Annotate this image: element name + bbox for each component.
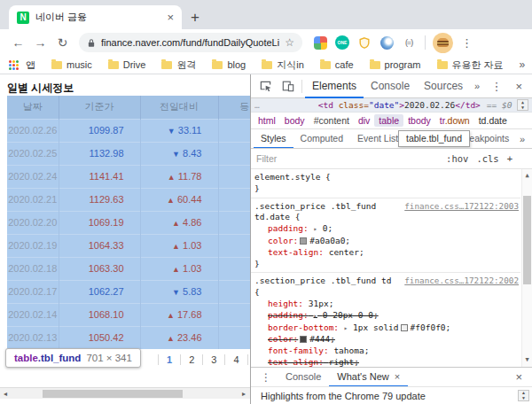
color-swatch[interactable]	[401, 324, 408, 331]
drawer-tab-bar: ⋮ Console What's New× ×	[251, 367, 532, 386]
new-tab-button[interactable]: +	[191, 10, 200, 25]
scroll-right-icon[interactable]: ▸	[242, 389, 246, 400]
swirl-extension-icon[interactable]	[379, 35, 394, 50]
crumb-tbody[interactable]: tbody	[403, 114, 435, 127]
tab-sources[interactable]: Sources	[417, 74, 470, 98]
crumb-div[interactable]: div	[354, 114, 374, 127]
horizontal-scrollbar[interactable]: ◂ ▸	[0, 387, 250, 399]
style-rule-element[interactable]: element.style { }	[251, 169, 520, 198]
bookmark-item[interactable]: cafe	[320, 59, 354, 70]
element-classes-toggle[interactable]: .cls	[476, 153, 498, 164]
shield-extension-icon[interactable]	[357, 35, 372, 50]
pseudo-state-toggle[interactable]: :hov	[446, 153, 468, 164]
css-property[interactable]: font-family: tahoma;	[254, 346, 519, 357]
sidebar-more-tabs-icon[interactable]: »	[515, 129, 529, 149]
styles-scrollbar[interactable]: ▲ ▼	[521, 169, 532, 367]
apps-grid-icon[interactable]	[9, 60, 19, 70]
crumb-html[interactable]: html	[254, 114, 280, 127]
expand-arrow-icon[interactable]: ▸	[314, 312, 318, 320]
bookmark-item[interactable]: blog	[212, 59, 246, 70]
scroll-up-icon[interactable]: ▲	[522, 170, 532, 182]
omnibox[interactable]: finance.naver.com/fund/fundDailyQuoteLis…	[79, 33, 302, 52]
bookmark-star-icon[interactable]: ☆	[285, 36, 294, 49]
drawer-tab-whats-new[interactable]: What's New×	[329, 368, 408, 387]
tab-console[interactable]: Console	[364, 74, 417, 98]
whats-new-close-icon[interactable]: ×	[395, 371, 400, 382]
bookmark-item-apps[interactable]: 앱	[26, 58, 35, 72]
scroll-down-icon[interactable]: ▼	[522, 354, 532, 366]
bookmark-item[interactable]: Drive	[108, 59, 146, 70]
page-number-2[interactable]: 2	[180, 354, 202, 365]
css-property[interactable]: height: 31px;	[254, 299, 519, 310]
browser-menu-icon[interactable]: ⋮	[461, 36, 473, 50]
stylesheet-link[interactable]: finance.css…172122:2003	[404, 201, 519, 213]
styles-filter-input[interactable]	[256, 153, 354, 164]
style-rule-td[interactable]: finance.css…172122:2002 .section_price .…	[251, 273, 520, 367]
one-extension-icon[interactable]: ONE	[335, 35, 349, 50]
crumb-tr-down[interactable]: tr.down	[435, 114, 474, 127]
bookmark-item[interactable]: 유용한 자료	[437, 58, 504, 72]
tab-close-icon[interactable]: ×	[167, 12, 174, 23]
color-swatch[interactable]	[300, 336, 307, 343]
css-property-overridden[interactable]: text-align: right;	[254, 357, 519, 367]
rule-selector[interactable]: element.style	[254, 172, 320, 182]
paren-extension-icon[interactable]: (=)	[402, 35, 416, 50]
css-property-overridden[interactable]: padding: ▸ 0 20px 0 0;	[254, 310, 519, 322]
more-tabs-icon[interactable]: »	[470, 81, 484, 91]
css-property[interactable]: color:#a0a0a0;	[254, 236, 519, 247]
expand-arrow-icon[interactable]: ▸	[314, 225, 318, 233]
photos-extension-icon[interactable]	[313, 35, 327, 50]
crumb-table[interactable]: table	[374, 114, 403, 127]
url-text[interactable]: finance.naver.com/fund/fundDailyQuoteLis…	[101, 37, 279, 48]
tab-elements[interactable]: Elements	[305, 74, 364, 98]
new-style-rule-button[interactable]: +	[507, 153, 512, 164]
rate-cell	[218, 280, 250, 303]
browser-tab[interactable]: N 네이버 금융 ×	[9, 5, 182, 29]
back-button[interactable]: ←	[7, 35, 29, 50]
tab-styles[interactable]: Styles	[254, 129, 293, 149]
bookmarks-overflow-icon[interactable]: »	[520, 58, 526, 71]
stylesheet-link[interactable]: finance.css…172122:2002	[404, 276, 519, 287]
rate-cell	[218, 234, 250, 257]
devtools-panel: Elements Console Sources » ⋮ × …<td clas…	[250, 74, 532, 404]
bookmark-item[interactable]: 지식in	[262, 58, 304, 72]
page-number-1[interactable]: 1	[158, 354, 180, 365]
page-number-4[interactable]: 4	[224, 354, 246, 365]
devtools-close-icon[interactable]: ×	[509, 80, 528, 93]
css-property-overridden[interactable]: color:#444;	[254, 334, 519, 346]
bookmark-item[interactable]: 원격	[161, 58, 196, 72]
crumb-td-date[interactable]: td.date	[474, 114, 512, 127]
page-number-3[interactable]: 3	[202, 354, 224, 365]
scrollbar-thumb[interactable]	[523, 196, 531, 284]
inspect-element-button[interactable]	[254, 76, 277, 96]
crumb-content[interactable]: #content	[309, 114, 354, 127]
devtools-menu-icon[interactable]: ⋮	[485, 80, 507, 93]
dom-scroll-spinner[interactable]: ▲▼	[517, 99, 528, 111]
expand-arrow-icon[interactable]: ▸	[344, 324, 348, 332]
device-toolbar-button[interactable]	[277, 76, 299, 96]
forward-button[interactable]: →	[29, 35, 51, 50]
rule-selector[interactable]: .section_price .tbl_fund td.date	[254, 201, 376, 222]
drawer-close-icon[interactable]: ×	[509, 370, 528, 384]
color-swatch[interactable]	[300, 237, 307, 245]
tab-computed[interactable]: Computed	[293, 129, 350, 149]
dom-selected-node[interactable]: …<td class="date">2020.02.26</td>== $0 ▲…	[251, 98, 532, 113]
scrollbar-thumb[interactable]	[43, 390, 183, 398]
drawer-menu-icon[interactable]: ⋮	[254, 371, 278, 384]
style-rule-td-date[interactable]: finance.css…172122:2003 .section_price .…	[251, 198, 520, 274]
css-property[interactable]: padding: ▸ 0;	[254, 223, 519, 236]
css-property[interactable]: border-bottom: ▸ 1px solid#f0f0f0;	[254, 322, 519, 335]
scroll-left-icon[interactable]: ◂	[4, 389, 7, 400]
bookmark-item[interactable]: music	[51, 59, 92, 70]
price-cell: 1132.98	[59, 142, 140, 165]
profile-avatar[interactable]	[433, 33, 453, 53]
rate-cell	[218, 188, 250, 211]
crumb-body[interactable]: body	[280, 114, 309, 127]
bookmark-item[interactable]: program	[370, 59, 421, 70]
whats-new-scroll-spinner[interactable]: ▲▼	[518, 390, 529, 401]
collapsed-marker[interactable]: …	[254, 100, 260, 110]
reload-button[interactable]: ↻	[51, 35, 74, 50]
drawer-tab-console[interactable]: Console	[278, 368, 329, 387]
rule-selector[interactable]: .section_price .tbl_fund td	[254, 276, 391, 285]
css-property[interactable]: text-align: center;	[254, 247, 519, 259]
